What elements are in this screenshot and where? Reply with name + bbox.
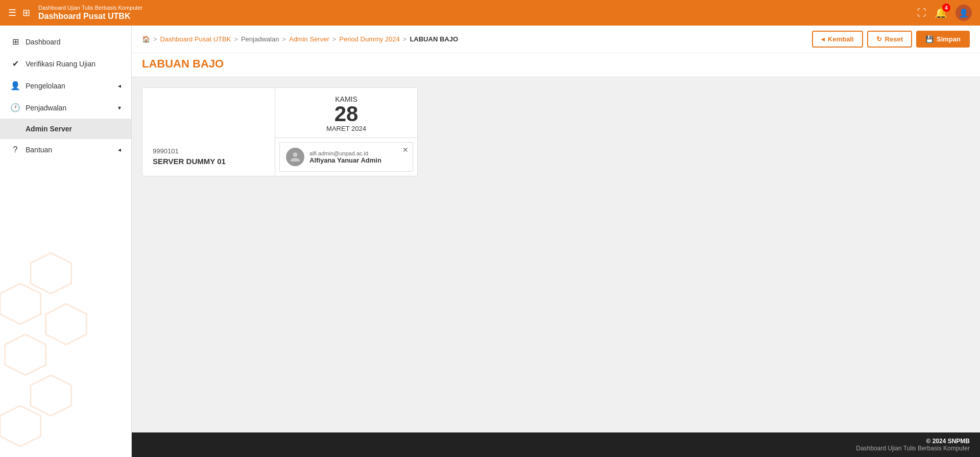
grid-icon[interactable]: ⊞ xyxy=(22,7,30,18)
content-area: 🏠 > Dashboard Pusat UTBK > Penjadwalan >… xyxy=(132,26,980,457)
pengelolaan-icon: 👤 xyxy=(10,81,20,90)
reset-icon: ↻ xyxy=(876,35,882,43)
scroll-content: 9990101 SERVER DUMMY 01 KAMIS 28 MARET 2… xyxy=(132,77,980,432)
top-header: ☰ ⊞ Dashboard Ujian Tulis Berbasis Kompu… xyxy=(0,0,980,26)
save-icon: 💾 xyxy=(925,35,934,43)
sidebar-item-dashboard[interactable]: ⊞ Dashboard xyxy=(0,31,131,53)
sidebar-item-label-admin-server: Admin Server xyxy=(26,125,72,133)
day-number: 28 xyxy=(285,103,407,125)
month-year: MARET 2024 xyxy=(285,125,407,132)
admin-info: alfi.admin@unpad.ac.id Alfiyana Yanuar A… xyxy=(309,150,407,164)
admin-name: Alfiyana Yanuar Admin xyxy=(309,156,407,164)
page-title-section: LABUAN BAJO xyxy=(132,53,980,77)
sidebar-item-pengelolaan[interactable]: 👤 Pengelolaan ◂ xyxy=(0,75,131,97)
breadcrumb-sep-5: > xyxy=(403,35,407,43)
breadcrumb-sep-1: > xyxy=(153,35,157,43)
breadcrumb-dashboard[interactable]: Dashboard Pusat UTBK xyxy=(160,35,231,43)
breadcrumb-penjadwalan: Penjadwalan xyxy=(241,35,279,43)
chevron-down-icon: ▾ xyxy=(118,104,121,111)
notification-icon[interactable]: 🔔 4 xyxy=(935,7,947,19)
app-title: Dashboard Pusat UTBK xyxy=(38,11,142,21)
penjadwalan-icon: 🕐 xyxy=(10,103,20,112)
back-arrow-icon: ◂ xyxy=(821,35,825,43)
save-button[interactable]: 💾 Simpan xyxy=(916,31,970,48)
footer-subtitle: Dashboard Ujian Tulis Berbasis Komputer xyxy=(142,445,970,452)
admin-email: alfi.admin@unpad.ac.id xyxy=(309,150,407,156)
server-name: SERVER DUMMY 01 xyxy=(153,157,265,166)
breadcrumb-sep-4: > xyxy=(332,35,337,43)
schedule-left: 9990101 SERVER DUMMY 01 xyxy=(142,88,275,176)
right-icons: ⛶ 🔔 4 👤 xyxy=(917,5,972,21)
chevron-right-icon: ◂ xyxy=(118,82,121,89)
app-title-area: Dashboard Ujian Tulis Berbasis Komputer … xyxy=(38,5,142,21)
breadcrumb-current: LABUAN BAJO xyxy=(410,35,458,43)
breadcrumb-sep-3: > xyxy=(282,35,286,43)
footer-copyright: © 2024 SNPMB xyxy=(142,438,970,445)
sidebar-item-label-bantuan: Bantuan xyxy=(26,146,52,154)
save-button-label: Simpan xyxy=(937,35,961,43)
fullscreen-icon[interactable]: ⛶ xyxy=(917,8,926,18)
main-layout: ⊞ Dashboard ✔ Verifikasi Ruang Ujian 👤 P… xyxy=(0,26,980,457)
server-code: 9990101 xyxy=(153,147,265,155)
home-icon[interactable]: 🏠 xyxy=(142,35,150,43)
breadcrumb-sep-2: > xyxy=(234,35,238,43)
footer: © 2024 SNPMB Dashboard Ujian Tulis Berba… xyxy=(132,432,980,457)
back-button-label: Kembali xyxy=(828,35,854,43)
reset-button-label: Reset xyxy=(885,35,903,43)
verifikasi-icon: ✔ xyxy=(10,59,20,68)
date-header: KAMIS 28 MARET 2024 xyxy=(275,88,417,138)
breadcrumb-admin-server[interactable]: Admin Server xyxy=(289,35,329,43)
breadcrumb: 🏠 > Dashboard Pusat UTBK > Penjadwalan >… xyxy=(142,35,458,43)
sidebar-item-bantuan[interactable]: ? Bantuan ◂ xyxy=(0,139,131,161)
notification-badge: 4 xyxy=(942,4,950,12)
admin-card: alfi.admin@unpad.ac.id Alfiyana Yanuar A… xyxy=(279,142,413,172)
top-action-row: 🏠 > Dashboard Pusat UTBK > Penjadwalan >… xyxy=(132,26,980,53)
back-button[interactable]: ◂ Kembali xyxy=(812,31,863,48)
sidebar-nav: ⊞ Dashboard ✔ Verifikasi Ruang Ujian 👤 P… xyxy=(0,26,131,457)
action-buttons: ◂ Kembali ↻ Reset 💾 Simpan xyxy=(812,31,970,48)
schedule-card: 9990101 SERVER DUMMY 01 KAMIS 28 MARET 2… xyxy=(142,87,418,176)
page-title: LABUAN BAJO xyxy=(142,57,970,71)
bantuan-icon: ? xyxy=(10,145,20,154)
sidebar-item-verifikasi[interactable]: ✔ Verifikasi Ruang Ujian xyxy=(0,53,131,75)
chevron-right-bantuan-icon: ◂ xyxy=(118,146,121,153)
sidebar-item-label-verifikasi: Verifikasi Ruang Ujian xyxy=(26,60,95,68)
user-avatar[interactable]: 👤 xyxy=(955,5,972,21)
hamburger-icon[interactable]: ☰ xyxy=(8,7,16,18)
sidebar-item-label-penjadwalan: Penjadwalan xyxy=(26,104,66,112)
sidebar-item-label-dashboard: Dashboard xyxy=(26,38,61,46)
breadcrumb-period[interactable]: Period Dummy 2024 xyxy=(339,35,400,43)
schedule-right: KAMIS 28 MARET 2024 alfi.admin@unpad.ac.… xyxy=(275,88,417,176)
sidebar-item-label-pengelolaan: Pengelolaan xyxy=(26,82,65,90)
app-subtitle: Dashboard Ujian Tulis Berbasis Komputer xyxy=(38,5,142,11)
menu-icons: ☰ ⊞ xyxy=(8,7,30,18)
dashboard-icon: ⊞ xyxy=(10,37,20,47)
sidebar: ⊞ Dashboard ✔ Verifikasi Ruang Ujian 👤 P… xyxy=(0,26,132,457)
sidebar-item-admin-server[interactable]: Admin Server xyxy=(0,119,131,139)
admin-avatar-icon xyxy=(286,148,304,166)
reset-button[interactable]: ↻ Reset xyxy=(867,31,912,48)
admin-close-button[interactable]: ✕ xyxy=(402,146,409,154)
sidebar-item-penjadwalan[interactable]: 🕐 Penjadwalan ▾ xyxy=(0,97,131,119)
